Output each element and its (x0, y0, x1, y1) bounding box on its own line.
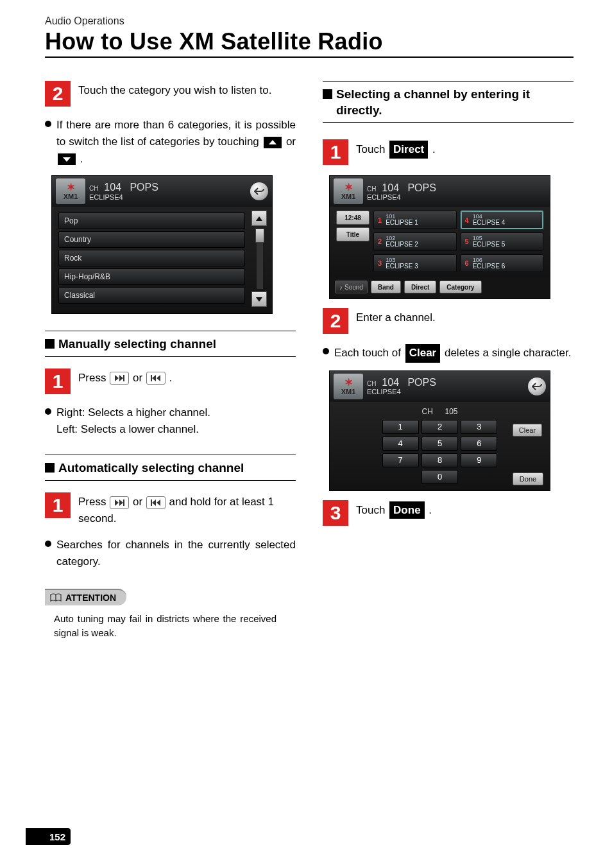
screenshot-preset-list: ✶ XM1 CH 104 POPS ECLIPSE4 12:48 Title 1… (329, 175, 550, 299)
preset-num: 2 (378, 238, 382, 245)
genre-label: POPS (130, 182, 158, 193)
numkey-1[interactable]: 1 (382, 420, 419, 434)
bullet-text-c: . (80, 153, 83, 165)
preset-name: ECLIPSE 2 (386, 241, 418, 248)
bullet-disc (45, 408, 51, 415)
section-rule (323, 81, 574, 82)
preset-num: 3 (378, 259, 382, 267)
title-rule (45, 56, 574, 58)
text-press: Press (78, 372, 109, 384)
ch-number: 104 (104, 182, 121, 193)
section-marker-icon (323, 89, 332, 99)
bullet-category-switch: If there are more than 6 categories, it … (56, 117, 296, 168)
sound-label: Sound (344, 284, 363, 291)
station-name: ECLIPSE4 (367, 193, 436, 201)
scrollbar-thumb[interactable] (255, 229, 264, 243)
text-period: . (169, 372, 173, 384)
numkey-3[interactable]: 3 (461, 420, 497, 434)
clear-bullet: Each touch of Clear deletes a single cha… (334, 344, 574, 362)
numkey-9[interactable]: 9 (461, 453, 497, 467)
direct-button[interactable]: Direct (404, 281, 436, 293)
bullet-disc (45, 121, 51, 127)
book-icon (50, 593, 62, 602)
text-or: or (133, 372, 146, 384)
return-button[interactable] (528, 378, 546, 395)
band-button[interactable]: Band (371, 281, 401, 293)
text-touch: Touch (356, 504, 388, 516)
numkey-5[interactable]: 5 (421, 437, 458, 451)
down-arrow-icon (58, 153, 76, 165)
step-badge-3: 3 (323, 500, 348, 526)
section-rule (45, 356, 296, 357)
text-touch: Touch (356, 143, 388, 155)
xm-badge[interactable]: ✶ XM1 (334, 178, 363, 204)
text-press: Press (78, 496, 109, 508)
step-badge-1: 1 (323, 139, 348, 165)
ch-label: CH (89, 185, 98, 192)
ch-label: CH (367, 380, 376, 387)
numkey-4[interactable]: 4 (382, 437, 419, 451)
category-button[interactable]: Category (439, 281, 481, 293)
section-manual-title: Manually selecting channel (58, 336, 216, 352)
sound-button[interactable]: ♪Sound (335, 281, 368, 293)
category-row-pop[interactable]: Pop (58, 213, 245, 229)
satellite-icon: ✶ (344, 182, 353, 193)
category-row-classical[interactable]: Classical (58, 287, 245, 304)
xm-band-label: XM1 (64, 193, 78, 200)
text-right-higher: Right: Selects a higher channel. (56, 404, 296, 421)
next-track-icon (110, 496, 129, 509)
screenshot-category-list: ✶ XM1 CH 104 POPS ECLIPSE4 Pop Country R… (51, 175, 273, 314)
manual-bullet: Right: Selects a higher channel. Left: S… (56, 404, 296, 438)
preset-4[interactable]: 4104ECLIPSE 4 (461, 211, 544, 229)
section-auto-title: Automatically selecting channel (58, 460, 244, 476)
up-arrow-icon (264, 137, 282, 148)
preset-3[interactable]: 3103ECLIPSE 3 (373, 254, 457, 273)
preset-num: 1 (378, 216, 382, 224)
preset-num: 5 (465, 238, 469, 245)
category-row-country[interactable]: Country (58, 231, 245, 248)
preset-2[interactable]: 2102ECLIPSE 2 (373, 232, 457, 251)
text-left-lower: Left: Selects a lower channel. (56, 421, 296, 438)
direct-step2-text: Enter a channel. (356, 308, 436, 326)
preset-name: ECLIPSE 1 (386, 220, 418, 226)
preset-5[interactable]: 5105ECLIPSE 5 (461, 232, 544, 251)
satellite-icon: ✶ (344, 378, 353, 388)
screenshot-numeric-entry: ✶ XM1 CH 104 POPS ECLIPSE4 CH 105 (329, 370, 550, 491)
done-button[interactable]: Done (513, 473, 543, 485)
numkey-6[interactable]: 6 (461, 437, 497, 451)
step-badge-2: 2 (45, 81, 71, 107)
section-direct-title: Selecting a channel by entering it direc… (336, 87, 574, 118)
scroll-down-button[interactable] (251, 291, 267, 307)
clear-button-label: Clear (405, 344, 441, 362)
numkey-7[interactable]: 7 (382, 453, 419, 467)
preset-num: 6 (465, 259, 469, 267)
section-marker-icon (45, 463, 55, 473)
return-button[interactable] (250, 182, 268, 200)
satellite-icon: ✶ (67, 182, 75, 193)
step-badge-1: 1 (45, 369, 71, 394)
xm-badge[interactable]: ✶ XM1 (334, 374, 363, 399)
title-button[interactable]: Title (336, 227, 370, 241)
numkey-0[interactable]: 0 (421, 470, 458, 484)
numkey-8[interactable]: 8 (421, 453, 458, 467)
prev-track-icon (146, 496, 166, 509)
clear-button[interactable]: Clear (513, 424, 542, 437)
attention-text: Auto tuning may fail in districts where … (54, 612, 276, 641)
breadcrumb: Audio Operations (45, 15, 574, 27)
section-rule (45, 331, 296, 331)
xm-badge[interactable]: ✶ XM1 (56, 178, 85, 204)
text-or: or (133, 496, 146, 508)
category-row-rock[interactable]: Rock (58, 250, 245, 266)
section-rule (45, 480, 296, 481)
text-period: . (432, 143, 436, 155)
category-row-hiphop[interactable]: Hip-Hop/R&B (58, 268, 245, 285)
preset-6[interactable]: 6106ECLIPSE 6 (461, 254, 544, 273)
preset-1[interactable]: 1101ECLIPSE 1 (373, 211, 457, 229)
bullet-text-b: or (286, 135, 296, 148)
prev-track-icon (146, 372, 166, 385)
scroll-up-button[interactable] (251, 211, 267, 226)
ch-label: CH (367, 186, 376, 193)
bullet-disc (323, 348, 329, 354)
return-icon (254, 187, 264, 195)
numkey-2[interactable]: 2 (421, 420, 458, 434)
